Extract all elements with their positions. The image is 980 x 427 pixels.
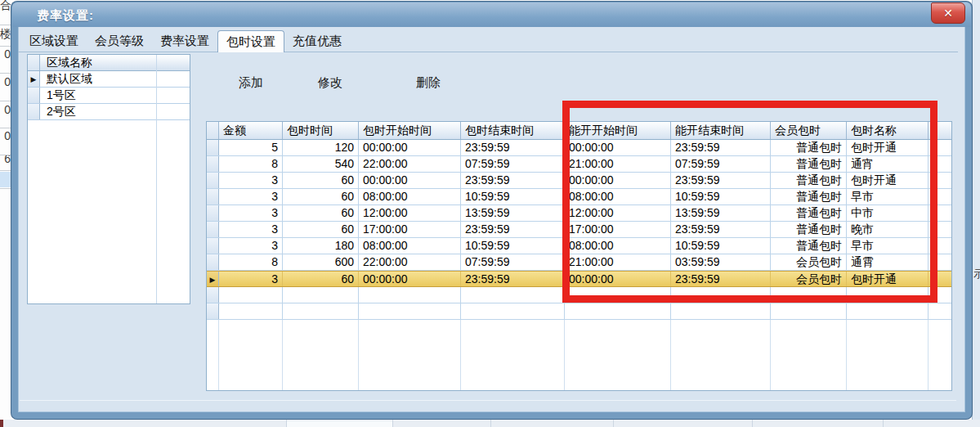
- row-selector-arrow-icon: ▶: [28, 71, 40, 87]
- add-button[interactable]: 添加: [239, 75, 263, 91]
- tab-bar: 区域设置会员等级费率设置包时设置充值优惠: [21, 30, 350, 52]
- tab-区域设置[interactable]: 区域设置: [21, 30, 87, 52]
- cell-amount: [219, 287, 283, 303]
- cell-pkg-start-time: 00:00:00: [359, 173, 461, 188]
- cell-pkg-start-time: 22:00:00: [359, 254, 461, 270]
- dialog-bottom-groove: [20, 400, 956, 401]
- region-header-label: 区域名称: [40, 55, 190, 70]
- empty-cell: [847, 320, 929, 391]
- cell-pkg-end-time: 23:59:59: [461, 140, 565, 155]
- table-empty-area: [207, 320, 951, 391]
- row-selector: [28, 88, 40, 103]
- background-gridline: [613, 420, 614, 427]
- cell-duration: [283, 303, 359, 319]
- cell-pkg-start-time: 08:00:00: [359, 189, 461, 205]
- row-selector: [207, 222, 219, 237]
- row-selector: [207, 287, 219, 303]
- cell-open-end-time: [671, 303, 771, 319]
- region-name: 2号区: [40, 104, 190, 119]
- empty-cell: [565, 320, 671, 391]
- empty-cell: [359, 320, 461, 391]
- row-selector-arrow-icon: ▶: [207, 272, 219, 286]
- cell-duration: 120: [283, 140, 359, 155]
- tab-会员等级[interactable]: 会员等级: [87, 30, 152, 52]
- cell-duration: [283, 287, 359, 303]
- region-list: 区域名称 ▶默认区域1号区2号区: [27, 54, 190, 304]
- table-row: [207, 303, 951, 320]
- empty-cell: [771, 320, 847, 391]
- cell-amount: 3: [219, 189, 283, 205]
- cell-pkg-start-time: 12:00:00: [359, 205, 461, 221]
- cell-duration: 60: [283, 222, 359, 237]
- cell-pkg-end-time: 10:59:59: [461, 189, 565, 205]
- tab-费率设置[interactable]: 费率设置: [152, 30, 217, 52]
- cell-pkg-start-time: [359, 303, 461, 319]
- background-separator: [0, 128, 11, 128]
- background-text-fragment: 合: [0, 0, 11, 13]
- column-header-pkg-start-time[interactable]: 包时开始时间: [359, 122, 461, 139]
- empty-cell: [219, 320, 283, 391]
- background-text-fragment: 0: [0, 103, 11, 116]
- cell-amount: 3: [219, 272, 283, 286]
- empty-cell: [671, 320, 771, 391]
- cell-filler: [929, 303, 951, 319]
- region-row[interactable]: 2号区: [28, 104, 190, 120]
- dialog-titlebar[interactable]: 费率设置:: [12, 2, 971, 27]
- empty-cell: [461, 320, 565, 391]
- column-header-pkg-end-time[interactable]: 包时结束时间: [461, 122, 565, 139]
- background-text-fragment: 示: [973, 267, 980, 281]
- dialog-title: 费率设置:: [37, 8, 94, 24]
- cell-amount: 3: [219, 222, 283, 237]
- row-selector: [207, 254, 219, 270]
- cell-pkg-end-time: 07:59:59: [461, 156, 565, 172]
- region-row[interactable]: 1号区: [28, 88, 190, 104]
- annotation-rectangle: [562, 101, 937, 303]
- cell-pkg-end-time: 10:59:59: [461, 238, 565, 254]
- cell-pkg-start-time: [359, 287, 461, 303]
- background-separator: [0, 188, 11, 189]
- cell-amount: 3: [219, 173, 283, 188]
- background-text-fragment: 0: [0, 129, 11, 142]
- cell-duration: 60: [283, 205, 359, 221]
- background-separator: [0, 170, 11, 171]
- background-selected-row: [0, 172, 11, 187]
- delete-button[interactable]: 删除: [416, 75, 441, 91]
- cell-pkg-start-time: 08:00:00: [359, 238, 461, 254]
- cell-pkg-start-time: 00:00:00: [359, 272, 461, 286]
- background-window-bottom-strip: [0, 420, 980, 427]
- column-header-amount[interactable]: 金额: [219, 122, 283, 139]
- background-separator: [0, 25, 11, 25]
- row-selector: [207, 238, 219, 254]
- background-gridline: [392, 420, 393, 427]
- cell-duration: 540: [283, 156, 359, 172]
- cell-amount: 8: [219, 254, 283, 270]
- region-row[interactable]: ▶默认区域: [28, 71, 190, 88]
- tab-充值优惠[interactable]: 充值优惠: [284, 30, 350, 52]
- cell-duration: 600: [283, 254, 359, 270]
- background-gridline: [490, 420, 491, 427]
- cell-pkg-end-time: 13:59:59: [461, 205, 565, 221]
- region-name: 默认区域: [40, 71, 190, 87]
- modify-button[interactable]: 修改: [318, 75, 342, 91]
- background-text-fragment: 0: [0, 75, 11, 88]
- cell-member-type: [771, 303, 847, 319]
- row-selector: [207, 156, 219, 172]
- cell-pkg-start-time: 00:00:00: [359, 140, 461, 155]
- region-name: 1号区: [40, 88, 190, 103]
- close-button[interactable]: ✕: [931, 2, 965, 24]
- row-selector: [207, 140, 219, 155]
- screen: 合楼00006 示 费率设置: ✕ 区域设置会员等级费率设置包时设置充值优惠 区…: [0, 0, 980, 427]
- cell-duration: 60: [283, 189, 359, 205]
- cell-pkg-start-time: 22:00:00: [359, 156, 461, 172]
- cell-pkg-end-time: 07:59:59: [461, 254, 565, 270]
- row-selector: [207, 189, 219, 205]
- region-list-rows: ▶默认区域1号区2号区: [28, 71, 190, 120]
- row-selector: [207, 205, 219, 221]
- tab-包时设置[interactable]: 包时设置: [217, 30, 284, 52]
- background-separator: [0, 101, 11, 101]
- cell-pkg-end-time: 23:59:59: [461, 173, 565, 188]
- cell-amount: 8: [219, 156, 283, 172]
- column-header-duration[interactable]: 包时时间: [283, 122, 359, 139]
- cell-pkg-start-time: 17:00:00: [359, 222, 461, 237]
- cell-amount: 5: [219, 140, 283, 155]
